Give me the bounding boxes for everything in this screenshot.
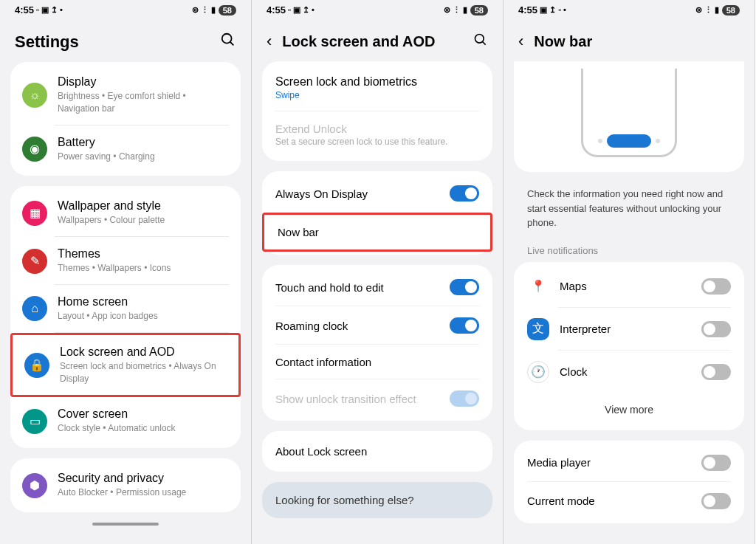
back-button[interactable]: ‹ xyxy=(267,32,272,51)
roaming-toggle[interactable] xyxy=(450,317,479,334)
preview-card xyxy=(514,61,744,172)
row-unlock-effect: Show unlock transition effect xyxy=(262,379,492,418)
item-title: Home screen xyxy=(58,295,229,309)
status-signal-icons: ⊚ ⋮ ▮ xyxy=(192,5,216,15)
row-contact[interactable]: Contact information xyxy=(262,345,492,379)
preview-dot-left xyxy=(598,139,602,143)
settings-item-display[interactable]: ☼ Display Brightness • Eye comfort shiel… xyxy=(10,65,241,125)
row-label: About Lock screen xyxy=(275,445,367,458)
highlight-lockscreen: 🔒 Lock screen and AOD Screen lock and bi… xyxy=(10,333,241,398)
settings-item-home[interactable]: ⌂ Home screen Layout • App icon badges xyxy=(10,285,241,333)
battery-badge: 58 xyxy=(722,5,740,16)
preview-dot-right xyxy=(656,139,660,143)
back-button[interactable]: ‹ xyxy=(518,32,523,51)
row-clock[interactable]: 🕐 Clock xyxy=(514,351,744,393)
screenlock-card: Screen lock and biometrics Swipe Extend … xyxy=(262,61,492,161)
settings-screen: 4:55 ▫ ▣ ↥ • ⊚ ⋮ ▮ 58 Settings ☼ Display… xyxy=(0,0,252,544)
aod-card: Always On Display Now bar xyxy=(262,171,492,255)
battery-badge: 58 xyxy=(470,5,488,16)
row-label: Touch and hold to edit xyxy=(275,281,384,294)
page-title: Now bar xyxy=(534,33,740,50)
svg-line-1 xyxy=(230,42,234,46)
status-notif-icons: ▫ ▣ ↥ • xyxy=(36,5,63,15)
settings-item-lockscreen[interactable]: 🔒 Lock screen and AOD Screen lock and bi… xyxy=(13,335,238,396)
touch-toggle[interactable] xyxy=(450,279,479,295)
nowbar-header: ‹ Now bar xyxy=(504,18,755,61)
home-indicator[interactable] xyxy=(92,523,159,526)
app-label: Clock xyxy=(560,365,691,378)
interpreter-toggle[interactable] xyxy=(701,321,731,337)
nowbar-screen: 4:55 ▣ ↥ ▫ • ⊚ ⋮ ▮ 58 ‹ Now bar Check th… xyxy=(504,0,755,544)
shield-icon: ⬢ xyxy=(22,473,47,498)
wallpaper-icon: ▦ xyxy=(22,201,47,226)
settings-item-battery[interactable]: ◉ Battery Power saving • Charging xyxy=(10,125,241,173)
row-value: Swipe xyxy=(275,90,417,100)
preview-pill xyxy=(607,134,651,148)
row-aod[interactable]: Always On Display xyxy=(262,174,492,213)
row-mode[interactable]: Current mode xyxy=(514,482,744,520)
settings-header: Settings xyxy=(0,18,251,62)
settings-item-security[interactable]: ⬢ Security and privacy Auto Blocker • Pe… xyxy=(10,461,241,509)
status-time: 4:55 xyxy=(15,4,34,16)
status-signal-icons: ⊚ ⋮ ▮ xyxy=(444,5,467,15)
search-icon[interactable] xyxy=(220,32,236,52)
item-sub: Brightness • Eye comfort shield • Naviga… xyxy=(58,90,229,115)
item-sub: Power saving • Charging xyxy=(58,151,229,163)
row-maps[interactable]: 📍 Maps xyxy=(514,265,744,308)
battery-badge: 58 xyxy=(219,5,236,16)
interpreter-icon: 文 xyxy=(527,318,549,340)
aod-toggle[interactable] xyxy=(450,185,479,202)
app-label: Maps xyxy=(560,280,691,292)
row-title: Extend Unlock xyxy=(275,123,447,135)
item-title: Lock screen and AOD xyxy=(60,345,227,359)
item-sub: Auto Blocker • Permission usage xyxy=(58,486,229,499)
view-more-button[interactable]: View more xyxy=(514,393,744,427)
row-screenlock[interactable]: Screen lock and biometrics Swipe xyxy=(262,64,492,111)
row-label: Current mode xyxy=(527,495,595,507)
row-label: Media player xyxy=(527,456,591,469)
row-interpreter[interactable]: 文 Interpreter xyxy=(514,308,744,351)
settings-card-3: ⬢ Security and privacy Auto Blocker • Pe… xyxy=(10,458,241,512)
settings-card-1: ☼ Display Brightness • Eye comfort shiel… xyxy=(10,62,241,176)
lockscreen-header: ‹ Lock screen and AOD xyxy=(252,18,503,61)
about-card: About Lock screen xyxy=(262,431,492,472)
search-icon[interactable] xyxy=(473,32,488,51)
row-nowbar[interactable]: Now bar xyxy=(264,215,490,249)
page-title: Settings xyxy=(15,32,210,52)
highlight-nowbar: Now bar xyxy=(262,213,492,252)
battery-icon: ◉ xyxy=(22,137,47,162)
status-bar: 4:55 ▣ ↥ ▫ • ⊚ ⋮ ▮ 58 xyxy=(504,0,755,18)
item-title: Display xyxy=(58,75,229,89)
row-media[interactable]: Media player xyxy=(514,444,744,482)
row-extend-unlock: Extend Unlock Set a secure screen lock t… xyxy=(262,111,492,158)
maps-toggle[interactable] xyxy=(701,278,731,295)
display-icon: ☼ xyxy=(22,83,47,108)
row-roaming[interactable]: Roaming clock xyxy=(262,306,492,345)
row-about[interactable]: About Lock screen xyxy=(262,434,492,469)
svg-line-3 xyxy=(483,41,486,44)
item-sub: Themes • Wallpapers • Icons xyxy=(58,262,229,275)
item-sub: Clock style • Automatic unlock xyxy=(58,422,229,435)
cover-icon: ▭ xyxy=(22,409,47,434)
settings-item-wallpaper[interactable]: ▦ Wallpaper and style Wallpapers • Colou… xyxy=(10,189,241,237)
extras-card: Media player Current mode xyxy=(514,441,744,523)
settings-card-2: ▦ Wallpaper and style Wallpapers • Colou… xyxy=(10,186,241,448)
status-notif-icons: ▫ ▣ ↥ • xyxy=(288,5,315,15)
media-toggle[interactable] xyxy=(701,455,731,471)
settings-item-cover[interactable]: ▭ Cover screen Clock style • Automatic u… xyxy=(10,397,241,445)
status-notif-icons: ▣ ↥ ▫ • xyxy=(540,5,566,15)
row-touch-hold[interactable]: Touch and hold to edit xyxy=(262,268,492,306)
home-icon: ⌂ xyxy=(22,296,47,321)
lock-icon: 🔒 xyxy=(24,353,49,378)
clock-toggle[interactable] xyxy=(701,364,731,380)
status-signal-icons: ⊚ ⋮ ▮ xyxy=(695,5,719,15)
settings-item-themes[interactable]: ✎ Themes Themes • Wallpapers • Icons xyxy=(10,237,241,285)
item-title: Battery xyxy=(58,136,229,149)
mode-toggle[interactable] xyxy=(701,493,731,509)
item-title: Cover screen xyxy=(58,407,229,421)
maps-icon: 📍 xyxy=(527,275,549,297)
footer-prompt[interactable]: Looking for something else? xyxy=(262,482,492,518)
svg-point-2 xyxy=(475,34,484,43)
row-sub: Set a secure screen lock to use this fea… xyxy=(275,137,447,147)
row-label: Always On Display xyxy=(275,187,368,200)
